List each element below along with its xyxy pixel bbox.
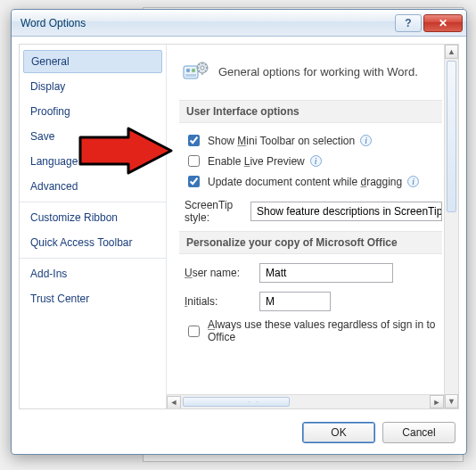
dialog-footer: OK Cancel	[12, 416, 466, 454]
titlebar: Word Options ? ✕	[12, 10, 466, 37]
initials-input[interactable]	[259, 292, 331, 311]
nav-separator	[20, 258, 166, 259]
scroll-thumb[interactable]	[183, 397, 290, 407]
nav-item-proofing[interactable]: Proofing	[20, 100, 166, 123]
nav-item-quick-access-toolbar[interactable]: Quick Access Toolbar	[20, 231, 166, 254]
svg-point-2	[192, 69, 195, 72]
ok-button[interactable]: OK	[302, 422, 375, 443]
opt-update-dragging[interactable]: Update document content while dragging i	[185, 173, 442, 190]
content-pane: General options for working with Word. U…	[167, 45, 458, 408]
word-options-dialog: Word Options ? ✕ General Display Proofin…	[11, 9, 467, 455]
svg-point-5	[201, 66, 204, 70]
help-button[interactable]: ?	[395, 14, 422, 32]
nav-item-display[interactable]: Display	[20, 75, 166, 98]
screentip-style-select[interactable]: Show feature descriptions in ScreenTips	[250, 202, 442, 221]
svg-point-1	[186, 69, 190, 72]
opt-label: Enable Live Preview	[208, 155, 305, 168]
close-icon: ✕	[439, 17, 447, 29]
nav-item-trust-center[interactable]: Trust Center	[20, 287, 166, 310]
username-row: User name:	[185, 263, 442, 283]
screentip-label: ScreenTip style:	[185, 199, 243, 224]
opt-label: Always use these values regardless of si…	[208, 318, 442, 343]
cancel-button[interactable]: Cancel	[382, 422, 455, 443]
initials-row: Initials:	[185, 292, 442, 311]
section-user-interface: User Interface options	[179, 100, 442, 123]
close-button[interactable]: ✕	[423, 14, 463, 32]
opt-label: Update document content while dragging	[208, 176, 402, 188]
horizontal-scrollbar[interactable]: ◄ ►	[167, 394, 444, 408]
checkbox-always-use-values[interactable]	[188, 326, 200, 337]
category-nav: General Display Proofing Save Language A…	[20, 45, 167, 408]
info-icon[interactable]: i	[310, 155, 322, 167]
section-personalize: Personalize your copy of Microsoft Offic…	[179, 231, 442, 254]
nav-item-general[interactable]: General	[23, 50, 162, 73]
opt-show-mini-toolbar[interactable]: Show Mini Toolbar on selection i	[185, 132, 442, 149]
checkbox-enable-live-preview[interactable]	[188, 155, 200, 167]
scroll-up-arrow[interactable]: ▲	[445, 45, 458, 59]
nav-item-add-ins[interactable]: Add-Ins	[20, 262, 166, 285]
info-icon[interactable]: i	[360, 135, 372, 146]
opt-always-use-values[interactable]: Always use these values regardless of si…	[185, 318, 442, 343]
scroll-right-arrow[interactable]: ►	[430, 395, 444, 408]
username-input[interactable]	[259, 263, 393, 283]
general-options-icon	[183, 59, 209, 84]
screentip-style-row: ScreenTip style: Show feature descriptio…	[185, 199, 442, 224]
page-header-text: General options for working with Word.	[218, 65, 418, 78]
page-header: General options for working with Word.	[183, 59, 442, 84]
scroll-left-arrow[interactable]: ◄	[167, 396, 181, 409]
opt-enable-live-preview[interactable]: Enable Live Preview i	[185, 153, 442, 169]
dialog-body: General Display Proofing Save Language A…	[19, 44, 459, 409]
opt-label: Show Mini Toolbar on selection	[208, 135, 355, 147]
svg-rect-3	[185, 74, 196, 77]
nav-item-language[interactable]: Language	[20, 150, 166, 173]
checkbox-show-mini-toolbar[interactable]	[188, 135, 200, 146]
vertical-scrollbar[interactable]: ▲ ▼	[444, 45, 458, 408]
info-icon[interactable]: i	[407, 176, 419, 187]
username-label: User name:	[185, 267, 252, 279]
scroll-thumb[interactable]	[447, 61, 456, 212]
help-icon: ?	[405, 17, 411, 29]
initials-label: Initials:	[185, 295, 252, 308]
nav-item-advanced[interactable]: Advanced	[20, 175, 166, 198]
checkbox-update-dragging[interactable]	[188, 176, 200, 187]
nav-item-save[interactable]: Save	[20, 125, 166, 148]
dialog-title: Word Options	[21, 17, 393, 29]
nav-separator	[20, 202, 166, 202]
scroll-down-arrow[interactable]: ▼	[445, 394, 458, 408]
nav-item-customize-ribbon[interactable]: Customize Ribbon	[20, 206, 166, 229]
